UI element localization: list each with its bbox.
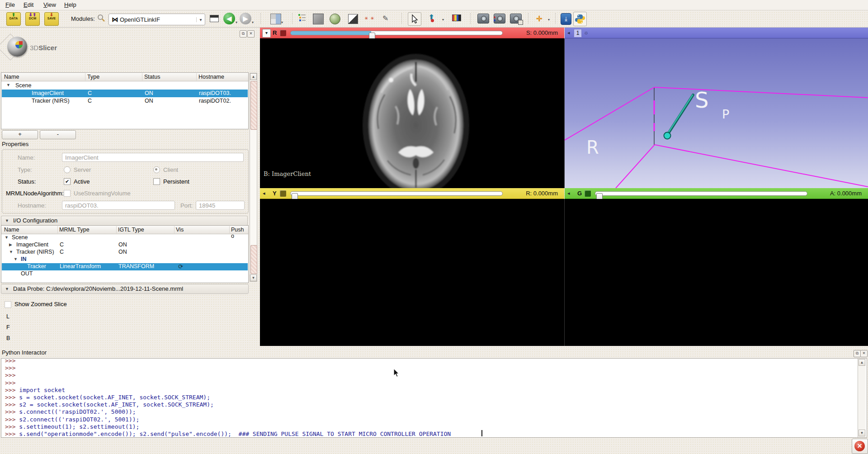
threed-view[interactable]: R S P [565,38,868,188]
fiducial-stars-icon[interactable]: ✳ ✳ [364,16,375,21]
load-data-button[interactable]: ⬆DATA [6,12,21,26]
console-undock-icon[interactable]: ⧉ [854,350,861,357]
col-type[interactable]: Type [87,74,99,80]
forward-dropdown-icon[interactable]: ▾ [252,20,254,24]
save-button[interactable]: ⬇SAVE [44,12,59,26]
crosshair-icon[interactable]: ✛ [536,14,542,23]
slice-pin-button[interactable]: ▾ [262,29,271,38]
pointer-tool-button[interactable] [408,12,421,26]
scroll-down-icon[interactable]: ▼ [250,274,257,281]
pin-sun-icon[interactable]: ☼ [584,29,589,36]
annotations-pen-icon[interactable]: ✎ [382,14,388,23]
window-level-icon[interactable] [348,14,358,24]
yellow-slice-slider[interactable] [290,191,503,196]
hostname-field[interactable]: raspiDOT03. [62,201,175,210]
panel-scrollbar[interactable]: ▲ ▼ [250,73,257,282]
tree-expand-icon[interactable]: ▶ [9,242,12,247]
table-row[interactable]: OUT [2,270,248,278]
io-configuration-header[interactable]: ▼ I/O Configuration [1,216,248,226]
data-probe-header[interactable]: ▼ Data Probe: C:/dev/explora/20Noviemb..… [1,284,249,294]
collapse-left-icon[interactable]: ◂ [567,30,570,36]
transform-tool-icon[interactable]: ⬆ [429,13,434,21]
modules-combobox[interactable]: ⋈ OpenIGTLinkIF ▾ [108,14,205,25]
table-row[interactable]: ▼ IN [2,256,248,263]
scroll-up-icon[interactable]: ▲ [250,73,257,80]
port-field[interactable]: 18945 [196,201,245,210]
client-radio[interactable] [153,166,160,173]
transform-dropdown-icon[interactable]: ▾ [442,18,444,22]
scroll-down-icon[interactable]: ▼ [859,430,865,436]
col-hostname[interactable]: Hostname [198,74,224,80]
scene-view-capture-icon[interactable]: ▲▲ [494,14,505,24]
active-checkbox[interactable]: ✔ [64,178,71,185]
tree-expand-icon[interactable]: ▼ [14,257,18,261]
dicom-button[interactable]: ⬇⬆DCM [25,12,40,26]
tree-expand-icon[interactable]: ▼ [9,250,13,254]
slice-menu-icon[interactable] [585,190,591,197]
menu-view[interactable]: View [43,1,56,8]
menu-edit[interactable]: Edit [24,1,33,8]
menu-file[interactable]: File [5,1,15,8]
col-vis[interactable]: Vis [176,227,184,233]
table-row-selected[interactable]: Tracker LinearTransform TRANSFORM ⟳ [2,263,248,270]
remove-connector-button[interactable]: - [40,130,76,139]
scrollbar-thumb[interactable] [250,81,257,130]
col-status[interactable]: Status [144,74,160,80]
place-point-flag-icon[interactable] [452,14,461,21]
table-row[interactable]: ▼ Scene [2,82,248,90]
green-slice-slider[interactable] [595,191,807,196]
table-row[interactable]: ▼ Tracker (NIRS) C ON [2,249,248,256]
red-slice-slider[interactable] [290,31,503,35]
scroll-up-icon[interactable]: ▲ [859,359,865,366]
show-zoomed-slice-checkbox[interactable] [5,301,11,308]
sync-icon[interactable]: ⟳ [178,263,183,270]
tree-expand-icon[interactable]: ▼ [6,83,10,87]
table-row-selected[interactable]: ImagerClient C ON raspiDOT03. [2,90,248,97]
red-slice-view[interactable]: B: ImagerClient [260,38,565,188]
panel-close-icon[interactable]: ✕ [247,30,255,38]
crosshair-dropdown-icon[interactable]: ▾ [548,18,550,22]
table-row[interactable]: Tracker (NIRS) C ON raspiDOT02. [2,97,248,105]
col-name[interactable]: Name [4,227,19,233]
client-label: Client [163,166,178,173]
server-radio[interactable] [64,166,71,173]
notification-close-button[interactable]: ✕ [852,439,868,454]
menu-help[interactable]: Help [64,1,76,8]
tree-expand-icon[interactable]: ▼ [5,235,9,240]
table-row[interactable]: ▶ ImagerClient C ON [2,241,248,249]
add-connector-button[interactable]: + [2,130,38,139]
back-dropdown-icon[interactable]: ▾ [236,20,237,24]
connector-name-field[interactable]: ImagerClient [62,153,244,162]
console-close-icon[interactable]: ✕ [860,350,868,357]
layout-dropdown-icon[interactable]: ▾ [281,20,283,24]
col-igtl-type[interactable]: IGTL Type [118,227,144,233]
green-slice-view[interactable] [565,199,868,346]
volumes-module-icon[interactable] [313,14,324,24]
module-search-icon[interactable] [97,14,106,24]
collapse-left-icon[interactable]: ◂ [263,190,265,196]
layout-selector-button[interactable] [270,14,281,24]
screen-capture-icon[interactable] [477,14,489,24]
use-streaming-checkbox[interactable] [64,190,71,197]
yellow-slice-view[interactable] [260,199,565,346]
persistent-checkbox[interactable] [153,178,160,185]
history-forward-button[interactable]: ▶ [240,13,251,24]
slice-menu-icon[interactable] [280,30,286,36]
history-back-button[interactable]: ◀ [223,13,235,24]
collapse-left-icon[interactable]: ◂ [567,190,570,196]
panel-undock-icon[interactable]: ⧉ [240,30,247,38]
col-name[interactable]: Name [4,74,19,80]
module-history-icon[interactable] [210,15,219,22]
console-scrollbar[interactable]: ▲ ▼ [858,359,866,437]
python-interactor-button[interactable] [573,12,587,26]
scene-view-restore-icon[interactable] [510,14,522,24]
scrollbar-thumb[interactable] [250,245,257,274]
extensions-manager-icon[interactable]: ⤓ [561,13,571,25]
table-row[interactable]: ▼ Scene [2,234,248,241]
python-console[interactable]: >>> >>> >>> >>> >>> import socket >>> s … [1,358,867,438]
slice-menu-icon[interactable] [280,190,286,197]
col-mrml-type[interactable]: MRML Type [59,227,90,233]
volume-rendering-icon[interactable] [330,14,340,24]
console-line: >>> [5,372,867,379]
module-list-icon[interactable] [297,13,307,24]
